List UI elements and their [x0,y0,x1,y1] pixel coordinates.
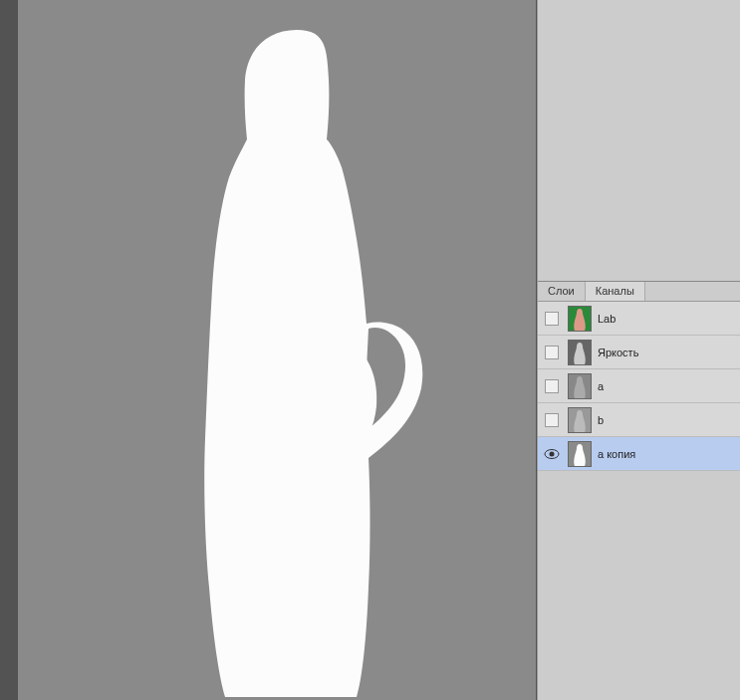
channel-name: Lab [598,313,616,325]
channel-thumb-a-copy[interactable] [568,441,592,467]
tab-channels[interactable]: Каналы [586,282,645,301]
checkbox-icon [545,312,559,326]
channel-thumb-lab[interactable] [568,306,592,332]
channel-name: b [598,414,604,426]
channel-row-a-copy[interactable]: a копия [538,437,740,471]
checkbox-icon [545,379,559,393]
eye-icon [544,449,560,459]
channel-thumb-a[interactable] [568,373,592,399]
svg-point-5 [550,451,555,456]
channel-thumb-lightness[interactable] [568,340,592,365]
channel-name: Яркость [598,347,638,358]
panels-spacer-top [538,0,740,281]
checkbox-icon [545,413,559,427]
channel-name: a [598,380,604,392]
panels-spacer-bottom [538,471,740,680]
channel-row-b[interactable]: b [538,403,740,437]
panels-area: Слои Каналы Lab Яркость [537,0,740,700]
tab-layers[interactable]: Слои [538,282,586,301]
channel-row-lightness[interactable]: Яркость [538,336,740,369]
panel-tabs: Слои Каналы [538,281,740,301]
channel-row-a[interactable]: a [538,369,740,403]
channel-name: a копия [598,448,635,460]
channel-thumb-b[interactable] [568,407,592,433]
channel-row-lab[interactable]: Lab [538,302,740,336]
checkbox-icon [545,346,559,359]
channels-list: Lab Яркость a [538,301,740,471]
visibility-toggle[interactable] [542,449,562,459]
canvas-area[interactable] [18,0,536,700]
visibility-toggle[interactable] [542,413,562,427]
visibility-toggle[interactable] [542,346,562,359]
visibility-toggle[interactable] [542,312,562,326]
visibility-toggle[interactable] [542,379,562,393]
canvas-silhouette [157,30,436,697]
